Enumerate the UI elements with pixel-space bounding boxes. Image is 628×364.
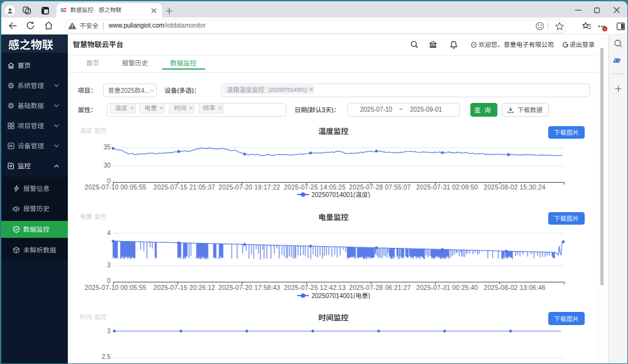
svg-text:2025-07-31 02:09:50: 2025-07-31 02:09:50 bbox=[416, 184, 479, 191]
svg-text:2025-07-28 07:55:07: 2025-07-28 07:55:07 bbox=[349, 184, 411, 191]
svg-text:2025-07-28 06:21:27: 2025-07-28 06:21:27 bbox=[349, 284, 411, 291]
svg-text:·: · bbox=[93, 7, 95, 13]
svg-text:2025-07-20 19:17:22: 2025-07-20 19:17:22 bbox=[219, 184, 281, 191]
svg-text:202507014001(: 202507014001( bbox=[311, 292, 356, 299]
svg-text:3: 3 bbox=[107, 328, 111, 335]
svg-text:2025-07-15 20:26:12: 2025-07-15 20:26:12 bbox=[153, 284, 215, 291]
svg-text:(: ( bbox=[307, 107, 310, 113]
svg-text:): ) bbox=[368, 292, 370, 299]
svg-text:2025-08-02 15:30:24: 2025-08-02 15:30:24 bbox=[484, 184, 546, 191]
svg-text:3: 3 bbox=[322, 107, 325, 113]
svg-text:): ) bbox=[332, 107, 333, 113]
svg-text:): ) bbox=[192, 87, 193, 94]
svg-text:2025-07-25 12:42:13: 2025-07-25 12:42:13 bbox=[284, 284, 346, 291]
svg-text:(: ( bbox=[177, 87, 180, 94]
svg-text:2025-07-31 00:25:40: 2025-07-31 00:25:40 bbox=[416, 284, 479, 291]
svg-text:2025-07-10 00:05:55: 2025-07-10 00:05:55 bbox=[85, 284, 147, 291]
svg-text:30: 30 bbox=[104, 162, 111, 169]
svg-text:2025-07-25 14:05:25: 2025-07-25 14:05:25 bbox=[284, 184, 346, 191]
svg-text:): ) bbox=[368, 191, 370, 198]
svg-text:35: 35 bbox=[104, 144, 111, 151]
svg-text:4: 4 bbox=[107, 230, 111, 237]
svg-text:2025: 2025 bbox=[121, 87, 135, 94]
svg-text:2025-07-20 17:58:43: 2025-07-20 17:58:43 bbox=[219, 284, 281, 291]
svg-text:4...: 4... bbox=[141, 87, 149, 94]
svg-text:2025-07-10 00:05:55: 2025-07-10 00:05:55 bbox=[85, 184, 147, 191]
svg-text:2025-07-15 21:05:37: 2025-07-15 21:05:37 bbox=[153, 184, 215, 191]
svg-text:2025-08-02 13:06:46: 2025-08-02 13:06:46 bbox=[484, 284, 546, 291]
svg-text:0: 0 bbox=[107, 277, 111, 284]
svg-text:202507014001(: 202507014001( bbox=[311, 191, 356, 198]
svg-text:2.5: 2.5 bbox=[102, 353, 111, 360]
svg-text:3: 3 bbox=[107, 262, 111, 269]
